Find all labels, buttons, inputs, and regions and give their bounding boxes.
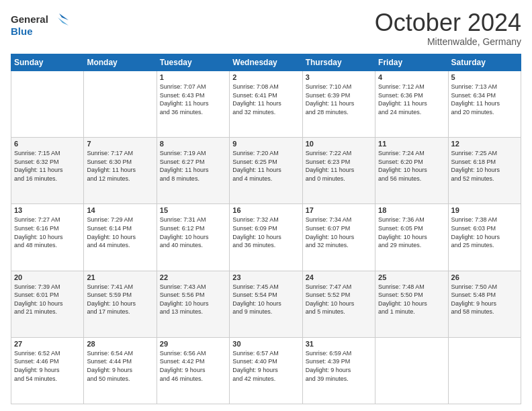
calendar-cell: 7Sunrise: 7:17 AM Sunset: 6:30 PM Daylig… xyxy=(84,138,157,204)
calendar-cell: 20Sunrise: 7:39 AM Sunset: 6:01 PM Dayli… xyxy=(11,271,84,337)
day-number: 22 xyxy=(160,273,226,281)
calendar-cell: 28Sunrise: 6:54 AM Sunset: 4:44 PM Dayli… xyxy=(84,337,157,404)
day-info: Sunrise: 7:41 AM Sunset: 5:59 PM Dayligh… xyxy=(87,283,153,316)
col-wednesday: Wednesday xyxy=(230,54,302,71)
day-number: 28 xyxy=(87,340,153,348)
day-info: Sunrise: 7:47 AM Sunset: 5:52 PM Dayligh… xyxy=(306,283,372,316)
day-number: 14 xyxy=(87,206,153,214)
calendar-cell xyxy=(11,71,84,138)
location: Mittenwalde, Germany xyxy=(375,36,521,47)
day-info: Sunrise: 7:36 AM Sunset: 6:05 PM Dayligh… xyxy=(378,216,445,249)
day-number: 26 xyxy=(451,273,518,281)
day-number: 10 xyxy=(306,140,372,148)
calendar-cell: 1Sunrise: 7:07 AM Sunset: 6:43 PM Daylig… xyxy=(157,71,229,138)
calendar-cell: 11Sunrise: 7:24 AM Sunset: 6:20 PM Dayli… xyxy=(375,138,448,204)
calendar-cell: 6Sunrise: 7:15 AM Sunset: 6:32 PM Daylig… xyxy=(11,138,84,204)
day-number: 18 xyxy=(378,206,445,214)
week-row-1: 6Sunrise: 7:15 AM Sunset: 6:32 PM Daylig… xyxy=(11,138,521,204)
calendar-cell: 21Sunrise: 7:41 AM Sunset: 5:59 PM Dayli… xyxy=(84,271,157,337)
svg-marker-2 xyxy=(59,13,69,20)
day-number: 4 xyxy=(378,73,445,81)
day-number: 3 xyxy=(306,73,372,81)
day-number: 24 xyxy=(306,273,372,281)
day-number: 12 xyxy=(451,140,518,148)
day-info: Sunrise: 7:08 AM Sunset: 6:41 PM Dayligh… xyxy=(232,83,299,116)
col-tuesday: Tuesday xyxy=(157,54,229,71)
calendar-cell: 4Sunrise: 7:12 AM Sunset: 6:36 PM Daylig… xyxy=(375,71,448,138)
calendar-cell: 24Sunrise: 7:47 AM Sunset: 5:52 PM Dayli… xyxy=(302,271,375,337)
day-info: Sunrise: 7:27 AM Sunset: 6:16 PM Dayligh… xyxy=(14,216,81,249)
week-row-0: 1Sunrise: 7:07 AM Sunset: 6:43 PM Daylig… xyxy=(11,71,521,138)
day-info: Sunrise: 7:25 AM Sunset: 6:18 PM Dayligh… xyxy=(451,149,518,183)
calendar-cell: 9Sunrise: 7:20 AM Sunset: 6:25 PM Daylig… xyxy=(230,138,302,204)
title-block: October 2024 Mittenwalde, Germany xyxy=(375,11,521,47)
calendar-cell: 30Sunrise: 6:57 AM Sunset: 4:40 PM Dayli… xyxy=(230,337,302,404)
day-info: Sunrise: 7:22 AM Sunset: 6:23 PM Dayligh… xyxy=(306,149,372,183)
day-number: 17 xyxy=(306,206,372,214)
day-number: 29 xyxy=(160,340,226,348)
day-info: Sunrise: 7:31 AM Sunset: 6:12 PM Dayligh… xyxy=(160,216,226,249)
day-info: Sunrise: 7:17 AM Sunset: 6:30 PM Dayligh… xyxy=(87,149,153,183)
day-number: 5 xyxy=(451,73,518,81)
calendar-cell: 27Sunrise: 6:52 AM Sunset: 4:46 PM Dayli… xyxy=(11,337,84,404)
day-number: 1 xyxy=(160,73,226,81)
calendar-cell: 5Sunrise: 7:13 AM Sunset: 6:34 PM Daylig… xyxy=(448,71,521,138)
week-row-2: 13Sunrise: 7:27 AM Sunset: 6:16 PM Dayli… xyxy=(11,204,521,271)
day-number: 20 xyxy=(14,273,81,281)
col-sunday: Sunday xyxy=(11,54,84,71)
day-number: 21 xyxy=(87,273,153,281)
day-info: Sunrise: 7:45 AM Sunset: 5:54 PM Dayligh… xyxy=(232,283,299,316)
week-row-4: 27Sunrise: 6:52 AM Sunset: 4:46 PM Dayli… xyxy=(11,337,521,404)
month-title: October 2024 xyxy=(375,11,521,35)
day-info: Sunrise: 7:32 AM Sunset: 6:09 PM Dayligh… xyxy=(232,216,299,249)
day-info: Sunrise: 7:07 AM Sunset: 6:43 PM Dayligh… xyxy=(160,83,226,116)
day-info: Sunrise: 7:29 AM Sunset: 6:14 PM Dayligh… xyxy=(87,216,153,249)
col-saturday: Saturday xyxy=(448,54,521,71)
day-number: 31 xyxy=(306,340,372,348)
col-monday: Monday xyxy=(84,54,157,71)
day-info: Sunrise: 7:10 AM Sunset: 6:39 PM Dayligh… xyxy=(306,83,372,116)
calendar-cell xyxy=(448,337,521,404)
calendar-cell: 17Sunrise: 7:34 AM Sunset: 6:07 PM Dayli… xyxy=(302,204,375,271)
svg-text:General: General xyxy=(11,13,48,25)
day-number: 8 xyxy=(160,140,226,148)
day-info: Sunrise: 7:20 AM Sunset: 6:25 PM Dayligh… xyxy=(232,149,299,183)
day-info: Sunrise: 6:56 AM Sunset: 4:42 PM Dayligh… xyxy=(160,349,226,383)
calendar-cell: 13Sunrise: 7:27 AM Sunset: 6:16 PM Dayli… xyxy=(11,204,84,271)
calendar-cell xyxy=(375,337,448,404)
day-info: Sunrise: 6:57 AM Sunset: 4:40 PM Dayligh… xyxy=(232,349,299,383)
day-info: Sunrise: 6:59 AM Sunset: 4:39 PM Dayligh… xyxy=(306,349,372,383)
day-number: 2 xyxy=(232,73,299,81)
day-number: 27 xyxy=(14,340,81,348)
week-row-3: 20Sunrise: 7:39 AM Sunset: 6:01 PM Dayli… xyxy=(11,271,521,337)
day-info: Sunrise: 7:38 AM Sunset: 6:03 PM Dayligh… xyxy=(451,216,518,249)
calendar-cell: 8Sunrise: 7:19 AM Sunset: 6:27 PM Daylig… xyxy=(157,138,229,204)
calendar-cell: 29Sunrise: 6:56 AM Sunset: 4:42 PM Dayli… xyxy=(157,337,229,404)
day-info: Sunrise: 7:12 AM Sunset: 6:36 PM Dayligh… xyxy=(378,83,445,116)
calendar-header-row: Sunday Monday Tuesday Wednesday Thursday… xyxy=(11,54,521,71)
calendar-cell: 10Sunrise: 7:22 AM Sunset: 6:23 PM Dayli… xyxy=(302,138,375,204)
calendar-cell: 12Sunrise: 7:25 AM Sunset: 6:18 PM Dayli… xyxy=(448,138,521,204)
day-number: 16 xyxy=(232,206,299,214)
logo: General Blue xyxy=(11,11,71,39)
day-info: Sunrise: 7:19 AM Sunset: 6:27 PM Dayligh… xyxy=(160,149,226,183)
calendar-cell xyxy=(84,71,157,138)
calendar-cell: 16Sunrise: 7:32 AM Sunset: 6:09 PM Dayli… xyxy=(230,204,302,271)
calendar-cell: 26Sunrise: 7:50 AM Sunset: 5:48 PM Dayli… xyxy=(448,271,521,337)
day-number: 30 xyxy=(232,340,299,348)
col-friday: Friday xyxy=(375,54,448,71)
day-number: 13 xyxy=(14,206,81,214)
svg-marker-3 xyxy=(58,17,69,26)
day-number: 7 xyxy=(87,140,153,148)
day-number: 9 xyxy=(232,140,299,148)
day-info: Sunrise: 7:43 AM Sunset: 5:56 PM Dayligh… xyxy=(160,283,226,316)
day-info: Sunrise: 7:39 AM Sunset: 6:01 PM Dayligh… xyxy=(14,283,81,316)
day-number: 23 xyxy=(232,273,299,281)
svg-text:Blue: Blue xyxy=(11,26,33,37)
calendar: Sunday Monday Tuesday Wednesday Thursday… xyxy=(11,54,521,404)
day-number: 11 xyxy=(378,140,445,148)
calendar-cell: 31Sunrise: 6:59 AM Sunset: 4:39 PM Dayli… xyxy=(302,337,375,404)
day-number: 6 xyxy=(14,140,81,148)
logo-icon: General Blue xyxy=(11,11,71,39)
calendar-cell: 14Sunrise: 7:29 AM Sunset: 6:14 PM Dayli… xyxy=(84,204,157,271)
